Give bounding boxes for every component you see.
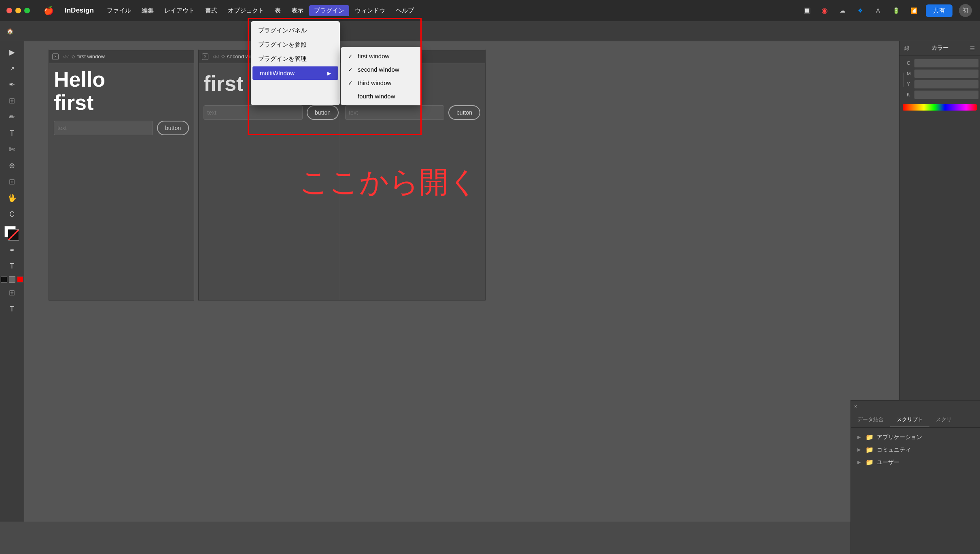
tab-scripts[interactable]: スクリプト <box>890 413 929 427</box>
panel-first-button[interactable]: button <box>157 121 189 135</box>
gradient-tool[interactable]: T <box>4 258 20 274</box>
icon-3[interactable]: ☁ <box>837 5 848 16</box>
panel-first-titlebar[interactable]: × ◁◁ ◇ first window <box>49 50 194 63</box>
submenu-first-window[interactable]: ✓ first window <box>341 49 422 63</box>
dropdown-plugin-manage[interactable]: プラグインを管理 <box>251 52 340 66</box>
submenu-third-window[interactable]: ✓ third window <box>341 76 422 89</box>
dropdown-plugin-panel[interactable]: プラグインパネル <box>251 23 340 38</box>
panel-first-content: Hello first button <box>49 63 194 140</box>
color-y-input[interactable] <box>914 80 979 89</box>
menu-items: ファイル 編集 レイアウト 書式 オブジェクト 表 表示 プラグイン ウィンドウ… <box>102 5 801 16</box>
icon-4[interactable]: ❖ <box>855 5 866 16</box>
icon-wifi[interactable]: 📶 <box>908 5 919 16</box>
panel-second-scroll-left[interactable]: ◁◁ <box>212 54 219 59</box>
menubar-right: 🔲 ◉ ☁ ❖ A 🔋 📶 共有 初 <box>801 4 980 17</box>
pen-tool[interactable]: ✒ <box>4 77 20 92</box>
tab-script2[interactable]: スクリ <box>929 413 958 427</box>
menu-table[interactable]: 表 <box>270 5 286 16</box>
color-box[interactable] <box>4 226 20 241</box>
menu-layout[interactable]: レイアウト <box>159 5 199 16</box>
color-c-label: C <box>907 60 912 66</box>
menu-file[interactable]: ファイル <box>102 5 136 16</box>
tree-item-community[interactable]: ▶ 📁 コミュニティ <box>854 443 977 456</box>
panel-second-input[interactable] <box>204 105 303 120</box>
icon-5[interactable]: A <box>872 5 884 16</box>
tree-item-app[interactable]: ▶ 📁 アプリケーション <box>854 431 977 443</box>
fill-stroke-switcher[interactable] <box>1 276 23 283</box>
eraser-tool[interactable]: ⊕ <box>4 158 20 173</box>
eyedropper-tool[interactable]: C <box>4 207 20 222</box>
menu-view[interactable]: 表示 <box>286 5 308 16</box>
panel-first-hello: Hello <box>54 68 189 91</box>
panel-third-button[interactable]: button <box>448 105 480 120</box>
color-m-label: M <box>907 71 912 77</box>
color-c-row: C % <box>907 59 980 68</box>
dropdown-main[interactable]: プラグインパネル プラグインを参照 プラグインを管理 multiWIndow ▶ <box>251 21 340 105</box>
panel-first-scroll-left[interactable]: ◁◁ <box>63 54 69 59</box>
icon-6[interactable]: 🔋 <box>890 5 902 16</box>
menu-window[interactable]: ウィンドウ <box>350 5 390 16</box>
zoom-tool[interactable]: ⊡ <box>4 174 20 190</box>
bottom-panel: × データ結合 スクリプト スクリ ▶ 📁 アプリケーション ▶ 📁 コミュニテ… <box>851 400 980 554</box>
tree-label-app: アプリケーション <box>877 434 922 441</box>
panel-first-close[interactable]: × <box>52 53 59 60</box>
bottom-panel-close[interactable]: × <box>854 404 857 409</box>
tree-label-community: コミュニティ <box>877 446 911 454</box>
dropdown-submenu[interactable]: ✓ first window ✓ second window ✓ third w… <box>341 47 422 105</box>
dropdown-multiwindow[interactable]: multiWIndow ▶ <box>252 66 338 80</box>
app-name[interactable]: InDesign <box>61 6 98 15</box>
submenu-fourth-window[interactable]: ✓ fourth window <box>341 89 422 103</box>
panel-first-scroll-btns: ◁◁ <box>63 54 69 59</box>
right-sidebar: 線 カラー ☰ C % M % Y % <box>899 41 980 400</box>
color-swatch-main[interactable] <box>903 72 904 87</box>
panel-first-title: first window <box>77 53 105 60</box>
color-k-label: K <box>907 92 912 98</box>
scissors-tool[interactable]: ✄ <box>4 142 20 157</box>
bottom-panel-tabs: データ結合 スクリプト スクリ <box>851 413 980 428</box>
panel-second-button[interactable]: button <box>307 105 339 120</box>
panel-first-first: first <box>54 91 189 114</box>
icon-1[interactable]: 🔲 <box>801 5 812 16</box>
initial-icon[interactable]: 初 <box>959 4 972 17</box>
check-first-icon: ✓ <box>348 53 354 60</box>
menu-plugin[interactable]: プラグイン <box>309 5 349 16</box>
tree-item-user[interactable]: ▶ 📁 ユーザー <box>854 456 977 469</box>
panel-first-input[interactable] <box>54 121 153 135</box>
swap-color-icon[interactable]: ⇌ <box>4 242 20 258</box>
color-m-input[interactable] <box>914 69 979 78</box>
dropdown-container: プラグインパネル プラグインを参照 プラグインを管理 multiWIndow ▶… <box>251 21 422 105</box>
close-button[interactable] <box>6 8 12 13</box>
minimize-button[interactable] <box>15 8 21 13</box>
submenu-second-window[interactable]: ✓ second window <box>341 63 422 76</box>
menu-object[interactable]: オブジェクト <box>223 5 269 16</box>
select-tool[interactable]: ▶ <box>4 45 20 60</box>
fullscreen-button[interactable] <box>24 8 30 13</box>
normal-mode-icon[interactable]: ⊞ <box>4 285 20 300</box>
home-icon[interactable]: 🏠 <box>6 28 13 34</box>
icon-2[interactable]: ◉ <box>819 5 830 16</box>
color-spectrum[interactable] <box>903 104 977 111</box>
panel-second-diamond-icon: ◇ <box>221 54 225 59</box>
tab-data-merge[interactable]: データ結合 <box>851 413 890 427</box>
color-k-input[interactable] <box>914 90 979 99</box>
share-button[interactable]: 共有 <box>926 4 952 17</box>
traffic-lights <box>0 8 36 13</box>
color-c-input[interactable] <box>914 59 979 68</box>
direct-select-tool[interactable]: ↗ <box>4 61 20 76</box>
panel-third-input-row: button <box>345 105 480 120</box>
hand-tool[interactable]: 🖐 <box>4 190 20 206</box>
menu-style[interactable]: 書式 <box>200 5 222 16</box>
sidebar-menu-icon[interactable]: ☰ <box>970 45 975 51</box>
menu-edit[interactable]: 編集 <box>137 5 159 16</box>
line-tool[interactable]: ✏ <box>4 109 20 125</box>
color-swatch-row: C % M % Y % K % <box>903 59 977 101</box>
dropdown-plugin-browse[interactable]: プラグインを参照 <box>251 38 340 52</box>
panel-third-input[interactable] <box>345 105 444 120</box>
pencil-tool[interactable]: T <box>4 126 20 141</box>
panel-second-close[interactable]: × <box>202 53 208 60</box>
panel-second-input-row: button <box>204 105 339 120</box>
preview-mode-icon[interactable]: T <box>4 301 20 317</box>
apple-menu[interactable]: 🍎 <box>36 6 61 15</box>
type-tool[interactable]: ⊞ <box>4 93 20 109</box>
menu-help[interactable]: ヘルプ <box>391 5 419 16</box>
